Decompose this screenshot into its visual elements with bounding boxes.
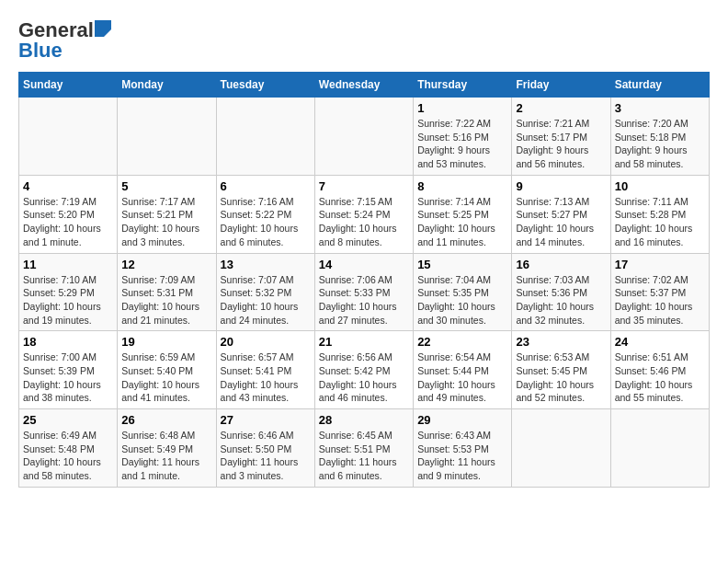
day-number: 7 — [319, 179, 409, 193]
day-number: 27 — [221, 413, 311, 427]
day-cell: 23Sunrise: 6:53 AMSunset: 5:45 PMDayligh… — [512, 331, 610, 409]
day-info: Sunrise: 7:14 AMSunset: 5:25 PMDaylight:… — [417, 195, 507, 249]
calendar-table: SundayMondayTuesdayWednesdayThursdayFrid… — [18, 72, 710, 488]
day-number: 2 — [516, 101, 606, 115]
day-cell — [610, 409, 709, 488]
day-info: Sunrise: 7:21 AMSunset: 5:17 PMDaylight:… — [516, 117, 606, 171]
day-info: Sunrise: 6:43 AMSunset: 5:53 PMDaylight:… — [417, 429, 507, 483]
day-cell: 28Sunrise: 6:45 AMSunset: 5:51 PMDayligh… — [314, 409, 413, 488]
day-cell: 15Sunrise: 7:04 AMSunset: 5:35 PMDayligh… — [414, 253, 512, 331]
day-cell — [314, 98, 413, 176]
day-info: Sunrise: 6:51 AMSunset: 5:46 PMDaylight:… — [615, 350, 705, 405]
day-number: 24 — [615, 335, 705, 349]
day-cell: 11Sunrise: 7:10 AMSunset: 5:29 PMDayligh… — [19, 253, 118, 331]
day-number: 11 — [23, 258, 113, 271]
day-cell: 14Sunrise: 7:06 AMSunset: 5:33 PMDayligh… — [314, 253, 413, 331]
day-cell: 22Sunrise: 6:54 AMSunset: 5:44 PMDayligh… — [414, 331, 512, 409]
day-cell: 4Sunrise: 7:19 AMSunset: 5:20 PMDaylight… — [19, 175, 118, 253]
day-number: 10 — [615, 179, 705, 193]
day-info: Sunrise: 7:13 AMSunset: 5:27 PMDaylight:… — [516, 195, 606, 249]
calendar-body: 1Sunrise: 7:22 AMSunset: 5:16 PMDaylight… — [19, 98, 710, 488]
day-cell — [512, 409, 610, 488]
day-info: Sunrise: 7:07 AMSunset: 5:32 PMDaylight:… — [221, 273, 311, 327]
day-number: 26 — [121, 413, 211, 427]
day-number: 15 — [417, 258, 507, 271]
day-number: 18 — [23, 335, 113, 349]
day-info: Sunrise: 7:09 AMSunset: 5:31 PMDaylight:… — [121, 273, 211, 327]
day-cell: 26Sunrise: 6:48 AMSunset: 5:49 PMDayligh… — [118, 409, 216, 488]
day-cell: 9Sunrise: 7:13 AMSunset: 5:27 PMDaylight… — [512, 175, 610, 253]
day-cell: 2Sunrise: 7:21 AMSunset: 5:17 PMDaylight… — [512, 98, 610, 176]
day-cell: 10Sunrise: 7:11 AMSunset: 5:28 PMDayligh… — [610, 175, 709, 253]
day-number: 17 — [615, 258, 705, 271]
day-number: 9 — [516, 179, 606, 193]
day-info: Sunrise: 6:57 AMSunset: 5:41 PMDaylight:… — [221, 350, 311, 405]
day-info: Sunrise: 6:45 AMSunset: 5:51 PMDaylight:… — [319, 429, 409, 483]
day-number: 4 — [23, 179, 113, 193]
header-cell-friday: Friday — [512, 73, 610, 98]
day-cell: 21Sunrise: 6:56 AMSunset: 5:42 PMDayligh… — [314, 331, 413, 409]
day-number: 12 — [121, 258, 211, 271]
day-number: 22 — [417, 335, 507, 349]
day-cell: 3Sunrise: 7:20 AMSunset: 5:18 PMDaylight… — [610, 98, 709, 176]
day-cell: 17Sunrise: 7:02 AMSunset: 5:37 PMDayligh… — [610, 253, 709, 331]
page-header: General Blue — [18, 18, 710, 63]
day-info: Sunrise: 7:06 AMSunset: 5:33 PMDaylight:… — [319, 273, 409, 327]
week-row-1: 1Sunrise: 7:22 AMSunset: 5:16 PMDaylight… — [19, 98, 710, 176]
day-number: 20 — [221, 335, 311, 349]
day-cell: 20Sunrise: 6:57 AMSunset: 5:41 PMDayligh… — [216, 331, 314, 409]
day-info: Sunrise: 7:16 AMSunset: 5:22 PMDaylight:… — [221, 195, 311, 249]
day-info: Sunrise: 6:54 AMSunset: 5:44 PMDaylight:… — [417, 350, 507, 405]
header-cell-wednesday: Wednesday — [314, 73, 413, 98]
header-cell-monday: Monday — [118, 73, 216, 98]
day-number: 8 — [417, 179, 507, 193]
day-number: 3 — [615, 101, 705, 115]
day-number: 21 — [319, 335, 409, 349]
week-row-2: 4Sunrise: 7:19 AMSunset: 5:20 PMDaylight… — [19, 175, 710, 253]
day-number: 29 — [417, 413, 507, 427]
logo-text-blue: Blue — [18, 39, 63, 63]
day-cell: 12Sunrise: 7:09 AMSunset: 5:31 PMDayligh… — [118, 253, 216, 331]
day-cell: 16Sunrise: 7:03 AMSunset: 5:36 PMDayligh… — [512, 253, 610, 331]
day-number: 1 — [417, 101, 507, 115]
header-cell-tuesday: Tuesday — [216, 73, 314, 98]
week-row-4: 18Sunrise: 7:00 AMSunset: 5:39 PMDayligh… — [19, 331, 710, 409]
day-cell: 29Sunrise: 6:43 AMSunset: 5:53 PMDayligh… — [414, 409, 512, 488]
day-number: 23 — [516, 335, 606, 349]
day-info: Sunrise: 7:02 AMSunset: 5:37 PMDaylight:… — [615, 273, 705, 327]
day-info: Sunrise: 6:56 AMSunset: 5:42 PMDaylight:… — [319, 350, 409, 405]
svg-marker-0 — [95, 20, 111, 37]
header-cell-sunday: Sunday — [19, 73, 118, 98]
day-info: Sunrise: 7:17 AMSunset: 5:21 PMDaylight:… — [121, 195, 211, 249]
day-cell: 27Sunrise: 6:46 AMSunset: 5:50 PMDayligh… — [216, 409, 314, 488]
day-number: 13 — [221, 258, 311, 271]
header-cell-thursday: Thursday — [414, 73, 512, 98]
day-info: Sunrise: 6:59 AMSunset: 5:40 PMDaylight:… — [121, 350, 211, 405]
week-row-3: 11Sunrise: 7:10 AMSunset: 5:29 PMDayligh… — [19, 253, 710, 331]
day-cell: 7Sunrise: 7:15 AMSunset: 5:24 PMDaylight… — [314, 175, 413, 253]
day-info: Sunrise: 7:20 AMSunset: 5:18 PMDaylight:… — [615, 117, 705, 171]
day-cell: 6Sunrise: 7:16 AMSunset: 5:22 PMDaylight… — [216, 175, 314, 253]
day-cell: 5Sunrise: 7:17 AMSunset: 5:21 PMDaylight… — [118, 175, 216, 253]
logo: General Blue — [18, 18, 111, 63]
day-number: 16 — [516, 258, 606, 271]
day-cell: 1Sunrise: 7:22 AMSunset: 5:16 PMDaylight… — [414, 98, 512, 176]
day-info: Sunrise: 7:04 AMSunset: 5:35 PMDaylight:… — [417, 273, 507, 327]
day-info: Sunrise: 6:53 AMSunset: 5:45 PMDaylight:… — [516, 350, 606, 405]
day-number: 19 — [121, 335, 211, 349]
day-cell — [216, 98, 314, 176]
day-cell — [118, 98, 216, 176]
logo-icon — [95, 20, 111, 37]
day-cell: 24Sunrise: 6:51 AMSunset: 5:46 PMDayligh… — [610, 331, 709, 409]
day-info: Sunrise: 7:03 AMSunset: 5:36 PMDaylight:… — [516, 273, 606, 327]
day-number: 6 — [221, 179, 311, 193]
day-info: Sunrise: 7:15 AMSunset: 5:24 PMDaylight:… — [319, 195, 409, 249]
day-cell: 8Sunrise: 7:14 AMSunset: 5:25 PMDaylight… — [414, 175, 512, 253]
day-info: Sunrise: 7:19 AMSunset: 5:20 PMDaylight:… — [23, 195, 113, 249]
day-info: Sunrise: 6:48 AMSunset: 5:49 PMDaylight:… — [121, 429, 211, 483]
header-cell-saturday: Saturday — [610, 73, 709, 98]
day-info: Sunrise: 7:11 AMSunset: 5:28 PMDaylight:… — [615, 195, 705, 249]
day-info: Sunrise: 7:22 AMSunset: 5:16 PMDaylight:… — [417, 117, 507, 171]
day-info: Sunrise: 7:00 AMSunset: 5:39 PMDaylight:… — [23, 350, 113, 405]
day-cell: 19Sunrise: 6:59 AMSunset: 5:40 PMDayligh… — [118, 331, 216, 409]
